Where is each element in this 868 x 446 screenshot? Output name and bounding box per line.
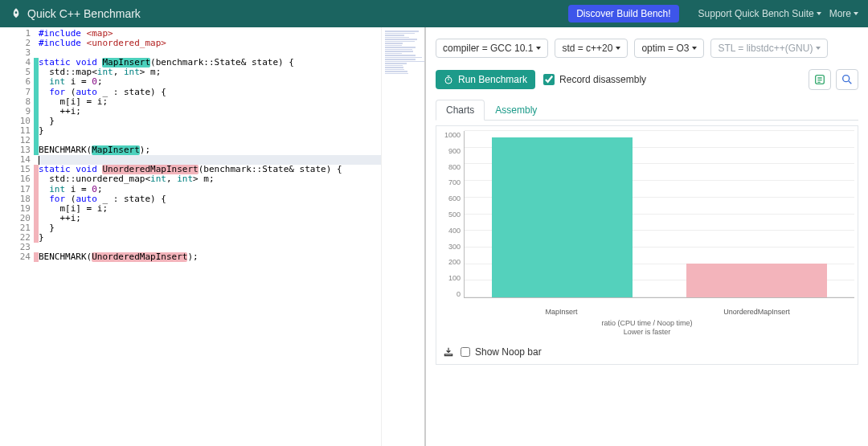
tab-assembly[interactable]: Assembly <box>485 100 547 120</box>
compiler-explorer-icon <box>813 73 826 86</box>
chart-plot-area <box>464 131 854 298</box>
magnifier-icon <box>841 73 854 86</box>
x-axis-labels: MapInsertUnorderedMapInsert <box>464 308 854 316</box>
chevron-down-icon <box>817 12 821 15</box>
bar-MapInsert[interactable] <box>492 137 633 297</box>
support-link[interactable]: Support Quick Bench Suite <box>698 8 821 19</box>
chevron-down-icon <box>692 47 697 50</box>
brand-text: Quick C++ Benchmark <box>27 7 141 20</box>
stopwatch-icon <box>444 75 453 84</box>
tab-charts[interactable]: Charts <box>436 100 485 121</box>
chevron-down-icon <box>536 47 541 50</box>
zoom-button[interactable] <box>836 69 858 90</box>
compiler-select[interactable]: compiler = GCC 10.1 <box>436 39 548 58</box>
std-select[interactable]: std = c++20 <box>555 39 628 58</box>
run-benchmark-button[interactable]: Run Benchmark <box>436 70 535 89</box>
brand[interactable]: Quick C++ Benchmark <box>10 7 141 20</box>
optim-select[interactable]: optim = O3 <box>634 39 704 58</box>
y-axis: 10009008007006005004003002001000 <box>440 131 464 308</box>
open-godbolt-button[interactable] <box>809 69 831 90</box>
chevron-down-icon <box>854 12 858 15</box>
code-editor[interactable]: 123456789101112131415161718192021222324 … <box>0 27 381 446</box>
more-link[interactable]: More <box>829 8 858 19</box>
result-tabs: Charts Assembly <box>436 100 858 121</box>
benchmark-chart: 10009008007006005004003002001000 MapInse… <box>436 125 858 365</box>
download-icon[interactable] <box>443 346 454 358</box>
stl-select[interactable]: STL = libstdc++(GNU) <box>710 39 828 58</box>
code-editor-pane: 123456789101112131415161718192021222324 … <box>0 27 426 446</box>
minimap[interactable] <box>381 27 424 446</box>
navbar: Quick C++ Benchmark Discover Build Bench… <box>0 0 868 27</box>
results-pane: compiler = GCC 10.1 std = c++20 optim = … <box>426 27 868 446</box>
chevron-down-icon <box>616 47 620 50</box>
svg-point-2 <box>843 76 850 82</box>
show-noop-checkbox[interactable]: Show Noop bar <box>461 346 542 358</box>
compiler-options-row: compiler = GCC 10.1 std = c++20 optim = … <box>436 39 858 58</box>
bar-UnorderedMapInsert[interactable] <box>686 264 827 297</box>
record-disassembly-checkbox[interactable]: Record disassembly <box>543 74 646 85</box>
rocket-icon <box>10 7 23 20</box>
chevron-down-icon <box>816 47 821 50</box>
chart-caption: ratio (CPU time / Noop time) Lower is fa… <box>440 319 854 337</box>
discover-build-bench-button[interactable]: Discover Build Bench! <box>568 5 678 23</box>
